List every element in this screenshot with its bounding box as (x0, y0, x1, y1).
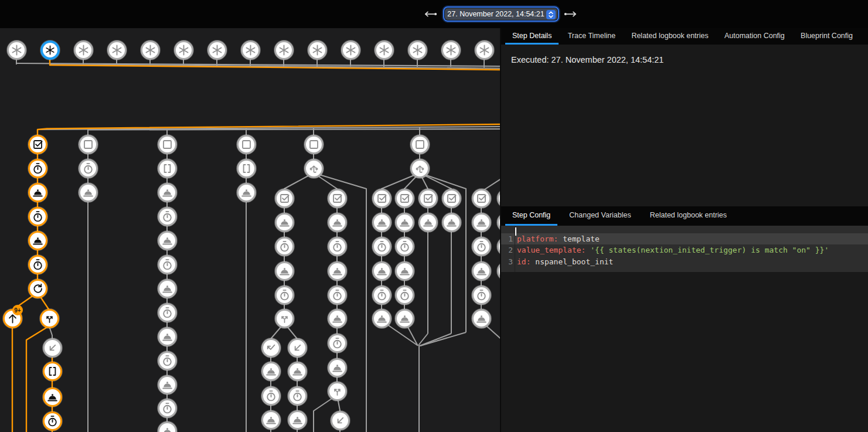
checkbox-marked-node[interactable] (275, 189, 294, 208)
service-node[interactable] (395, 309, 414, 328)
timer-node[interactable] (395, 237, 414, 256)
timer-node[interactable] (328, 285, 347, 305)
previous-run-icon[interactable] (424, 11, 438, 18)
asterisk-node[interactable] (341, 40, 360, 60)
brackets-node[interactable] (237, 159, 256, 178)
service-node[interactable] (328, 358, 347, 377)
timer-node[interactable] (28, 159, 47, 178)
checkbox-marked-node[interactable] (395, 189, 414, 208)
asterisk-node[interactable] (375, 40, 394, 60)
choose-node[interactable] (304, 159, 324, 178)
service-node[interactable] (472, 261, 491, 281)
timer-node[interactable] (472, 237, 491, 256)
timer-node[interactable] (472, 285, 491, 305)
timer-node[interactable] (328, 334, 347, 353)
subtab-step-config[interactable]: Step Config (505, 206, 557, 226)
check-missed-node[interactable] (261, 338, 281, 358)
service-node[interactable] (372, 261, 392, 281)
service-node[interactable] (442, 213, 461, 232)
checkbox-blank-node[interactable] (410, 135, 430, 154)
checkbox-marked-node[interactable] (472, 189, 491, 208)
asterisk-node[interactable] (107, 40, 127, 60)
asterisk-node[interactable] (475, 40, 494, 60)
timer-node[interactable] (395, 285, 414, 305)
timer-node[interactable] (158, 399, 177, 418)
service-node[interactable] (158, 279, 177, 298)
service-node[interactable] (372, 213, 392, 232)
timer-node[interactable] (43, 411, 62, 431)
timer-node[interactable] (28, 207, 47, 226)
tab-related-logbook-entries[interactable]: Related logbook entries (624, 28, 715, 45)
subtab-related-logbook-entries[interactable]: Related logbook entries (643, 206, 734, 226)
timer-node[interactable] (158, 255, 177, 274)
checkbox-blank-node[interactable] (237, 135, 256, 154)
timer-node[interactable] (372, 285, 392, 305)
asterisk-node[interactable] (74, 40, 93, 60)
split-node[interactable] (328, 382, 347, 401)
timer-node[interactable] (275, 285, 294, 305)
timer-node[interactable] (79, 159, 98, 178)
split-node[interactable] (275, 309, 294, 328)
service-node[interactable] (395, 261, 414, 281)
timer-node[interactable] (372, 237, 392, 256)
service-node[interactable] (275, 261, 294, 281)
asterisk-node[interactable] (207, 40, 227, 60)
checkbox-marked-node[interactable] (418, 189, 438, 208)
brackets-node[interactable] (43, 362, 62, 381)
timer-node[interactable] (158, 207, 177, 226)
service-node[interactable] (261, 410, 281, 430)
asterisk-node[interactable] (441, 40, 461, 60)
service-node[interactable] (328, 261, 347, 281)
tab-step-details[interactable]: Step Details (505, 28, 559, 45)
timer-node[interactable] (28, 255, 47, 274)
arrow-down-left-node[interactable] (288, 338, 307, 358)
stepper-icon[interactable] (546, 10, 556, 19)
timer-node[interactable] (261, 386, 281, 406)
tab-trace-timeline[interactable]: Trace Timeline (561, 28, 623, 45)
checkbox-blank-node[interactable] (79, 135, 98, 154)
arrow-down-left-node[interactable] (331, 411, 350, 430)
service-node[interactable] (261, 362, 281, 381)
arrow-down-left-node[interactable] (43, 338, 62, 358)
checkbox-marked-node[interactable] (328, 189, 347, 208)
step-config-code[interactable]: 1platform: template2value_template: '{{ … (501, 226, 868, 272)
checkbox-blank-node[interactable] (304, 135, 324, 154)
service-node[interactable] (43, 387, 62, 407)
asterisk-node[interactable] (141, 40, 160, 60)
service-node[interactable] (472, 309, 491, 328)
checkbox-marked-node[interactable] (372, 189, 392, 208)
timer-node[interactable] (288, 386, 307, 406)
service-node[interactable] (79, 183, 98, 202)
tab-blueprint-config[interactable]: Blueprint Config (794, 28, 860, 45)
service-node[interactable] (288, 410, 307, 430)
asterisk-node[interactable] (40, 40, 60, 60)
asterisk-node[interactable] (174, 40, 193, 60)
service-node[interactable] (158, 327, 177, 346)
timer-node[interactable] (158, 303, 177, 322)
service-node[interactable] (28, 183, 47, 202)
service-node[interactable] (28, 231, 47, 250)
brackets-node[interactable] (158, 159, 177, 178)
service-node[interactable] (328, 213, 347, 232)
asterisk-node[interactable] (308, 40, 327, 60)
repeat-node[interactable] (28, 279, 47, 298)
service-node[interactable] (158, 183, 177, 202)
service-node[interactable] (158, 231, 177, 250)
tab-automation-config[interactable]: Automation Config (717, 28, 792, 45)
service-node[interactable] (472, 213, 491, 232)
service-node[interactable] (372, 309, 392, 328)
checkbox-marked-node[interactable] (28, 135, 47, 154)
split-node[interactable] (40, 309, 59, 328)
timer-node[interactable] (328, 237, 347, 256)
asterisk-node[interactable] (241, 40, 260, 60)
run-datetime-select[interactable]: 27. November 2022, 14:54:21 (445, 8, 557, 20)
service-node[interactable] (288, 362, 307, 381)
service-node[interactable] (237, 183, 256, 202)
service-node[interactable] (418, 213, 438, 232)
timer-node[interactable] (275, 237, 294, 256)
checkbox-blank-node[interactable] (158, 135, 177, 154)
service-node[interactable] (158, 375, 177, 394)
subtab-changed-variables[interactable]: Changed Variables (562, 206, 638, 226)
next-run-icon[interactable] (563, 11, 577, 18)
service-node[interactable] (275, 213, 294, 232)
